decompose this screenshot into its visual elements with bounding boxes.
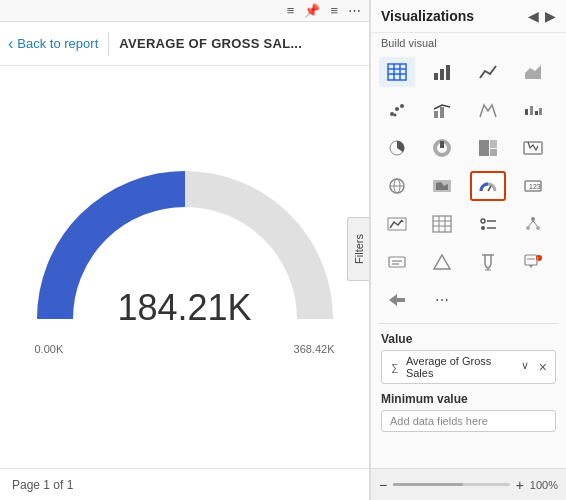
value-section: Value ∑ Average of Gross Sales ∨ × <box>371 328 566 388</box>
viz-icon-row-1 <box>371 53 566 91</box>
filter-icon[interactable]: ≡ <box>330 3 338 18</box>
more-options-icon[interactable]: ⋯ <box>348 3 361 18</box>
viz-icon-row-4: 123 <box>371 167 566 205</box>
svg-marker-8 <box>525 65 541 79</box>
viz-icon-matrix[interactable] <box>424 209 460 239</box>
gauge-chart: 184.21K <box>35 169 335 339</box>
viz-icon-donut[interactable] <box>424 133 460 163</box>
viz-icon-line[interactable] <box>470 57 506 87</box>
viz-icon-treemap[interactable] <box>470 133 506 163</box>
svg-line-44 <box>528 221 533 227</box>
sigma-icon: ∑ <box>390 361 402 373</box>
viz-icon-more[interactable]: ⋯ <box>424 285 460 315</box>
gauge-max-label: 368.42K <box>294 343 335 355</box>
viz-icon-ribbon[interactable] <box>470 95 506 125</box>
svg-point-39 <box>481 219 485 223</box>
zoom-plus-button[interactable]: + <box>516 477 524 493</box>
viz-icon-card[interactable]: 123 <box>515 171 551 201</box>
svg-point-12 <box>394 114 397 117</box>
viz-icon-bar[interactable] <box>424 57 460 87</box>
svg-rect-7 <box>446 65 450 80</box>
value-section-label: Value <box>381 332 556 346</box>
svg-text:∑: ∑ <box>391 362 398 373</box>
viz-icon-smart-narrative[interactable]: ! <box>515 247 551 277</box>
viz-icon-pie[interactable] <box>379 133 415 163</box>
viz-divider-1 <box>379 323 558 324</box>
viz-icon-trophy[interactable] <box>470 247 506 277</box>
viz-icon-row-2 <box>371 91 566 129</box>
gauge-min-label: 0.00K <box>35 343 64 355</box>
viz-icon-row-3 <box>371 129 566 167</box>
svg-rect-48 <box>389 257 405 267</box>
viz-icon-area[interactable] <box>515 57 551 87</box>
filters-tab[interactable]: Filters <box>347 217 369 281</box>
chip-chevron-icon[interactable]: ∨ <box>521 359 529 375</box>
right-panel: Visualizations ◀ ▶ Build visual <box>370 0 566 500</box>
svg-rect-21 <box>479 140 489 156</box>
chip-icons: ∑ Average of Gross Sales <box>390 355 521 379</box>
chip-close-icon[interactable]: × <box>539 359 547 375</box>
svg-point-10 <box>395 107 399 111</box>
svg-rect-15 <box>525 109 528 115</box>
gauge-value: 184.21K <box>117 287 251 329</box>
viz-icon-combo[interactable] <box>424 95 460 125</box>
svg-rect-22 <box>490 140 497 148</box>
pin-icon[interactable]: 📌 <box>304 3 320 18</box>
svg-text:123: 123 <box>529 183 541 190</box>
page-indicator: Page 1 of 1 <box>12 478 73 492</box>
viz-icon-waterfall[interactable] <box>515 95 551 125</box>
svg-rect-56 <box>525 255 537 265</box>
viz-nav-right[interactable]: ▶ <box>545 8 556 24</box>
svg-point-47 <box>536 226 540 230</box>
viz-icon-gauge[interactable] <box>470 171 506 201</box>
svg-rect-16 <box>530 106 533 115</box>
viz-icon-map[interactable] <box>515 133 551 163</box>
viz-icon-text[interactable] <box>379 247 415 277</box>
value-field-name: Average of Gross Sales <box>406 355 521 379</box>
zoom-slider[interactable] <box>393 483 509 486</box>
viz-header: Visualizations ◀ ▶ <box>371 0 566 33</box>
viz-icon-decomp[interactable] <box>515 209 551 239</box>
add-min-field[interactable]: Add data fields here <box>381 410 556 432</box>
svg-rect-34 <box>433 216 451 232</box>
svg-point-43 <box>531 217 535 221</box>
viz-panel-title: Visualizations <box>381 8 474 24</box>
svg-rect-23 <box>490 149 497 156</box>
svg-rect-0 <box>388 64 406 80</box>
min-value-label: Minimum value <box>381 392 556 406</box>
svg-rect-6 <box>440 69 444 80</box>
zoom-level-label: 100% <box>530 479 558 491</box>
viz-nav-left[interactable]: ◀ <box>528 8 539 24</box>
viz-icon-slicer[interactable] <box>470 209 506 239</box>
viz-icon-kpi[interactable] <box>379 209 415 239</box>
gauge-labels: 0.00K 368.42K <box>35 343 335 355</box>
viz-icon-table[interactable] <box>379 57 415 87</box>
svg-rect-14 <box>440 107 444 118</box>
back-to-report-button[interactable]: ‹ Back to report <box>8 35 98 53</box>
zoom-minus-button[interactable]: − <box>379 477 387 493</box>
viz-icon-filled-map[interactable] <box>424 171 460 201</box>
svg-rect-13 <box>434 111 438 118</box>
filters-tab-label: Filters <box>353 234 365 264</box>
svg-line-29 <box>488 186 491 191</box>
hamburger-icon[interactable]: ≡ <box>287 3 295 18</box>
viz-icon-arrow[interactable] <box>379 285 415 315</box>
value-field-chip: ∑ Average of Gross Sales ∨ × <box>381 350 556 384</box>
svg-point-40 <box>481 226 485 230</box>
viz-icon-scatter[interactable] <box>379 95 415 125</box>
viz-icon-globe[interactable] <box>379 171 415 201</box>
viz-icon-shape[interactable] <box>424 247 460 277</box>
back-to-report-label: Back to report <box>17 36 98 51</box>
svg-point-9 <box>390 112 394 116</box>
svg-rect-5 <box>434 73 438 80</box>
minimum-value-section: Minimum value Add data fields here <box>371 388 566 436</box>
svg-line-45 <box>533 221 538 227</box>
nav-bar: ‹ Back to report AVERAGE OF GROSS SAL... <box>0 22 369 66</box>
svg-rect-18 <box>539 108 542 115</box>
top-toolbar: ≡ 📌 ≡ ⋯ <box>0 0 369 22</box>
nav-separator <box>108 32 109 56</box>
viz-icon-row-5 <box>371 205 566 243</box>
build-visual-label: Build visual <box>371 33 566 53</box>
svg-point-46 <box>526 226 530 230</box>
page-title: AVERAGE OF GROSS SAL... <box>119 36 302 51</box>
